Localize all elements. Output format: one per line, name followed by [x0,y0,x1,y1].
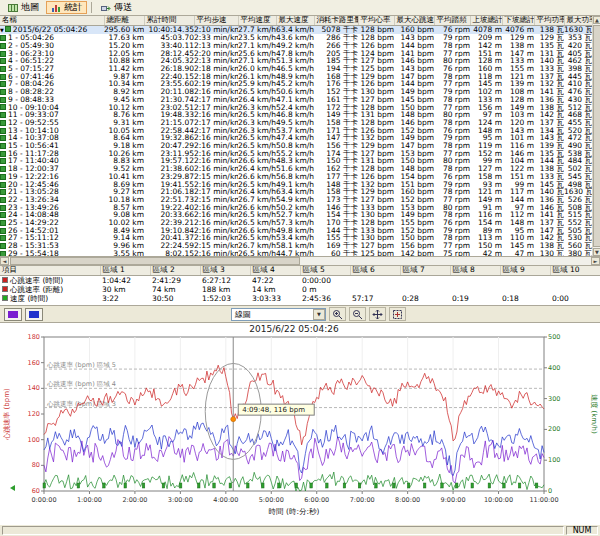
lap-row[interactable]: 6 - 07:41:46 9.87 km22:40.152:18 min/km2… [0,73,592,81]
lap-row[interactable]: 16 - 11:17:28 10.26 km23:11.952:16 min/k… [0,150,592,158]
chart-type-select[interactable]: 線圖 ▼ [231,308,326,321]
lap-row[interactable]: 1 - 05:04:26 17.63 km45:03.702:33 min/km… [0,34,592,42]
send-button-label: 傳送 [114,1,132,14]
scroll-up-arrow-icon[interactable]: ▲ [593,16,600,24]
scrollbar-thumb[interactable] [593,25,600,247]
zone-column-header[interactable]: 區域 1 [100,266,150,275]
lap-cell: 154 m [470,219,502,227]
summary-cell: 27.7 km/h [238,25,276,34]
lap-cell: 520 瓦 [564,127,592,135]
lap-row[interactable]: 13 - 10:14:10 10.05 km22:58.442:17 min/k… [0,127,592,135]
lap-row[interactable]: 12 - 09:52:55 9.31 km21:15.072:17 min/km… [0,119,592,127]
lap-row[interactable]: 14 - 10:37:08 8.64 km19:32.862:16 min/km… [0,134,592,142]
lap-row[interactable]: 5 - 07:15:27 11.42 km26:18.902:18 min/km… [0,65,592,73]
column-header[interactable]: 平均踏頻 [434,16,470,25]
column-header[interactable]: 平均功率 [534,16,564,25]
lap-row[interactable]: 28 - 15:31:53 9.96 km22:24.592:15 min/km… [0,242,592,250]
lap-row[interactable]: 15 - 10:56:41 9.18 km20:47.292:16 min/km… [0,142,592,150]
scrollbar-thumb[interactable] [10,257,300,265]
lap-cell: 80 rpm [434,111,470,119]
zone-column-header[interactable]: 區域 9 [500,266,550,275]
lap-cell: 147 bpm [394,73,434,81]
lap-row[interactable]: 17 - 11:40:40 8.83 km19:57.122:16 min/km… [0,157,592,165]
zone-column-header[interactable]: 項目 [0,266,100,275]
map-button[interactable]: 地圖 [3,1,44,14]
series-color-button-purple[interactable] [4,308,22,321]
zone-column-header[interactable]: 區域 2 [150,266,200,275]
column-header[interactable]: 下坡總計 [502,16,534,25]
zoom-out-button[interactable] [349,307,366,321]
laps-horizontal-scrollbar[interactable]: ◄ ► [0,256,600,265]
pan-button[interactable] [369,307,386,321]
lap-row[interactable]: 24 - 14:08:48 9.08 km20:33.662:16 min/km… [0,211,592,219]
lap-row[interactable]: 9 - 08:48:33 9.45 km21:30.742:17 min/km2… [0,96,592,104]
stats-button[interactable]: 統計 [46,1,87,14]
lap-cell: 78 rpm [434,96,470,104]
column-header[interactable]: 消耗卡路里量 [314,16,358,25]
summary-row[interactable]: ▼2015/6/22 05:04:26 295.60 km10:40:14.35… [0,25,592,34]
scroll-left-arrow-icon[interactable]: ◄ [0,257,9,265]
lap-cell: 158 千卡 [314,119,358,127]
lap-row[interactable]: 8 - 08:28:22 8.92 km20:11.082:16 min/km2… [0,88,592,96]
lap-row[interactable]: 4 - 06:51:22 10.88 km24:05.322:13 min/km… [0,57,592,65]
lap-row[interactable]: 3 - 06:23:10 12.05 km28:12.452:20 min/km… [0,50,592,58]
zone-column-header[interactable]: 區域 8 [450,266,500,275]
lap-row[interactable]: 25 - 14:29:22 10.02 km22:39.212:16 min/k… [0,219,592,227]
zone-column-header[interactable]: 區域 6 [350,266,400,275]
series-color-button-blue[interactable] [25,308,43,321]
lap-cell: 9.14 km [104,234,144,242]
lap-row[interactable]: 27 - 15:11:12 9.14 km20:41.372:16 min/km… [0,234,592,242]
lap-name: 22 - 13:26:34 [8,196,59,204]
lap-cell: 23:11.95 [144,150,194,158]
column-header[interactable]: 平均步速 [194,16,238,25]
activity-icon [0,228,6,234]
lap-row[interactable]: 2 - 05:49:30 15.20 km33:40.112:13 min/km… [0,42,592,50]
column-header[interactable]: 最大速度 [276,16,314,25]
send-button[interactable]: 傳送 [96,1,137,14]
lap-cell: 79 rpm [434,34,470,42]
column-header[interactable]: 平均心率 [358,16,394,25]
lap-row[interactable]: 20 - 12:45:46 8.69 km19:41.552:16 min/km… [0,181,592,189]
collapse-toggle[interactable]: ▼ [0,27,4,33]
chevron-down-icon[interactable]: ▼ [313,309,325,320]
zone-column-header[interactable]: 區域 7 [400,266,450,275]
column-header[interactable]: 累計時間 [144,16,194,25]
lap-cell: 169 千卡 [314,242,358,250]
zone-column-header[interactable]: 區域 4 [250,266,300,275]
zone-column-header[interactable]: 區域 5 [300,266,350,275]
column-header[interactable]: 最大心跳速率 [394,16,434,25]
zone-column-header[interactable]: 區域 3 [200,266,250,275]
scroll-right-arrow-icon[interactable]: ► [591,257,600,265]
zone-column-header[interactable]: 區域 10 [550,266,600,275]
column-header[interactable]: 上坡總計 [470,16,502,25]
lap-row[interactable]: 10 - 09:10:04 10.12 km23:02.512:17 min/k… [0,104,592,112]
lap-cell: 150 m [470,242,502,250]
zone-row[interactable]: 心跳速率 (距離) 30 km74 km188 km14 km0 m [0,285,600,294]
column-header[interactable]: 總距離 [104,16,144,25]
lap-cell: 147 m [502,50,534,58]
chart-canvas[interactable]: 2015/6/22 05:04:260:00:001:00:002:00:003… [0,323,600,525]
laps-vertical-scrollbar[interactable]: ▲ ▼ [592,16,600,256]
column-header[interactable]: 最大功率 [564,16,592,25]
zoom-in-button[interactable] [329,307,346,321]
select-region-button[interactable] [389,307,406,321]
lap-row[interactable]: 7 - 08:04:26 10.34 km23:55.602:19 min/km… [0,80,592,88]
lap-row[interactable]: 21 - 13:05:28 9.27 km21:06.182:17 min/km… [0,188,592,196]
lap-row[interactable]: 22 - 13:26:34 10.18 km22:51.732:15 min/k… [0,196,592,204]
column-header[interactable]: 名稱 [0,16,104,25]
zone-metric-icon [2,286,8,292]
lap-name-cell: 20 - 12:45:46 [0,181,104,189]
lap-row[interactable]: 23 - 13:49:26 8.57 km19:22.402:16 min/km… [0,204,592,212]
lap-row[interactable]: 19 - 12:22:16 10.41 km23:29.872:15 min/k… [0,173,592,181]
scroll-down-arrow-icon[interactable]: ▼ [593,248,600,256]
lap-row[interactable]: 11 - 09:33:07 8.76 km19:48.332:16 min/km… [0,111,592,119]
zone-row[interactable]: 速度 (時間) 3:2230:501:52:033:03:332:45:3657… [0,294,600,303]
column-header[interactable]: 平均速度 [238,16,276,25]
lap-row[interactable]: 26 - 14:52:01 8.49 km19:10.842:16 min/km… [0,227,592,235]
lap-cell: 430 瓦 [564,96,592,104]
lap-row[interactable]: 18 - 12:00:37 9.52 km21:38.602:16 min/km… [0,165,592,173]
lap-name: 10 - 09:10:04 [8,104,59,112]
zone-row[interactable]: 心跳速率 (時間) 1:04:422:41:296:27:1247:220:00… [0,275,600,285]
lap-name-cell: 27 - 15:11:12 [0,234,104,242]
lap-cell: 78 rpm [434,188,470,196]
